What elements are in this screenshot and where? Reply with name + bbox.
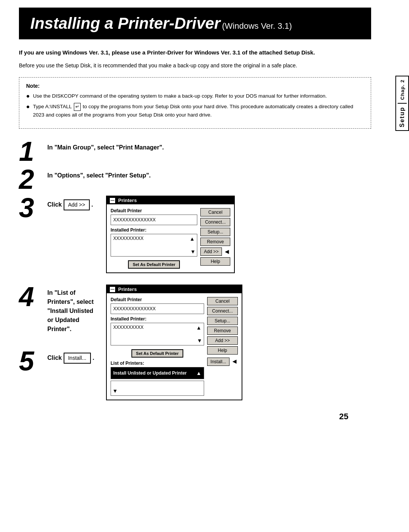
install-button[interactable]: Install... <box>64 353 91 364</box>
add-arrow-1: ◄ <box>223 248 230 256</box>
note-text-2: Type A:\INSTALL ↵ to copy the programs f… <box>33 103 364 119</box>
step-5-number: 5 <box>19 349 47 373</box>
dialog-1-buttons: Cancel Connect... Setup... Remove Add >>… <box>200 208 230 269</box>
step-5-text: Click Install... . <box>47 349 94 364</box>
step-3-number: 3 <box>19 196 47 220</box>
note-label: Note: <box>26 83 364 89</box>
bullet-2: ● <box>26 103 31 111</box>
dialog-1-default-value: XXXXXXXXXXXXXX <box>111 215 197 225</box>
help-btn-2[interactable]: Help <box>207 346 238 355</box>
list-of-printers-box[interactable]: Install Unlisted or Updated Printer ▲ <box>111 367 204 379</box>
add-btn-2[interactable]: Add >> <box>207 336 238 345</box>
printers-dialog-2: — Printers Default Printer XXXXXXXXXXXXX… <box>106 285 242 400</box>
step-3-row: 3 Click Add >> . <box>19 196 98 220</box>
step-3-area: 3 Click Add >> . — Printers Default Prin… <box>19 196 371 273</box>
list-scroll-area: ▼ <box>111 381 204 396</box>
page-title-sub: (Windows Ver. 3.1) <box>222 21 292 31</box>
bullet-1: ● <box>26 92 31 100</box>
dialog-1-default-label: Default Printer <box>111 208 197 213</box>
step-3-left: 3 Click Add >> . <box>19 196 98 224</box>
remove-btn-2[interactable]: Remove <box>207 327 238 335</box>
step-1-row: 1 In "Main Group", select "Print Manager… <box>19 139 371 164</box>
dialog-2-titlebar: — Printers <box>107 285 242 293</box>
set-default-btn-1[interactable]: Set As Default Printer <box>128 260 180 269</box>
note-item-1: ● Use the DISKCOPY command of the operat… <box>26 92 364 100</box>
cancel-btn-1[interactable]: Cancel <box>200 208 230 216</box>
chap-label: Chap. 2 <box>400 79 405 100</box>
dialog-1-installed-box: XXXXXXXXXX ▲ ▼ <box>111 234 197 257</box>
dialog-1-icon: — <box>110 198 115 203</box>
step-4-5-left: 4 In "List of Printers", select "Install… <box>19 285 98 377</box>
main-content: Installing a Printer-Driver (Windows Ver… <box>19 0 390 429</box>
dialog-1-scroll-up-icon: ▲ <box>190 236 195 242</box>
dialog-1-title: Printers <box>118 198 137 203</box>
add-btn-row-1: Add >> ◄ <box>200 247 230 256</box>
step-4-row: 4 In "List of Printers", select "Install… <box>19 285 98 334</box>
step-2-row: 2 In "Options", select "Printer Setup". <box>19 167 371 192</box>
dialog-2-wrapper: — Printers Default Printer XXXXXXXXXXXXX… <box>106 285 371 400</box>
intro-normal: Before you use the Setup Disk, it is rec… <box>19 62 371 70</box>
page-title-bar: Installing a Printer-Driver (Windows Ver… <box>19 8 371 39</box>
page-number: 25 <box>19 412 371 422</box>
dialog-2-installed-box: XXXXXXXXXX ▲ ▼ <box>111 323 204 345</box>
step-4-text: In "List of Printers", select "Install U… <box>47 285 98 334</box>
dialog-2-body: Default Printer XXXXXXXXXXXXXX Installed… <box>107 293 242 400</box>
cancel-btn-2[interactable]: Cancel <box>207 297 238 305</box>
install-btn-row: Install... ◄ <box>207 358 238 366</box>
list-scroll-down-icon: ▼ <box>112 388 118 394</box>
install-arrow: ◄ <box>231 358 238 366</box>
step-2-text: In "Options", select "Printer Setup". <box>47 167 151 180</box>
step-4-number: 4 <box>19 285 47 309</box>
dialog-2-title: Printers <box>118 286 137 292</box>
list-scroll-up-icon: ▲ <box>196 370 201 376</box>
tab-divider <box>398 103 407 104</box>
dialog-1-titlebar: — Printers <box>107 196 234 204</box>
printers-dialog-1: — Printers Default Printer XXXXXXXXXXXXX… <box>106 196 235 273</box>
dialog-2-scroll-up-icon: ▲ <box>196 325 201 331</box>
dialog-2-scroll-down-icon: ▼ <box>197 338 202 344</box>
dialog-2-main: Default Printer XXXXXXXXXXXXXX Installed… <box>111 297 204 396</box>
set-default-btn-2[interactable]: Set As Default Printer <box>131 349 183 358</box>
dialog-2-icon: — <box>110 287 115 292</box>
connect-btn-2[interactable]: Connect... <box>207 307 238 315</box>
dialog-1-scroll-down-icon: ▼ <box>190 249 196 255</box>
step-1-number: 1 <box>19 139 47 164</box>
setup-btn-1[interactable]: Setup... <box>200 228 230 236</box>
add-button[interactable]: Add >> <box>64 199 90 210</box>
page-title-main: Installing a Printer-Driver <box>30 14 220 32</box>
list-of-printers-label: List of Printers: <box>111 361 204 366</box>
dialog-1-body: Default Printer XXXXXXXXXXXXXX Installed… <box>107 204 234 272</box>
dialog-2-installed-label: Installed Printer: <box>111 316 204 322</box>
setup-label: Setup <box>399 107 406 127</box>
enter-key: ↵ <box>74 103 81 111</box>
dialog-1-main: Default Printer XXXXXXXXXXXXXX Installed… <box>111 208 197 269</box>
step-5-row: 5 Click Install... . <box>19 349 98 373</box>
connect-btn-1[interactable]: Connect... <box>200 218 230 226</box>
side-tab: Chap. 2 Setup <box>395 76 409 131</box>
remove-btn-1[interactable]: Remove <box>200 238 230 246</box>
add-btn-1[interactable]: Add >> <box>200 247 222 256</box>
help-btn-1[interactable]: Help <box>200 257 230 266</box>
step-1-text: In "Main Group", select "Print Manager". <box>47 139 164 152</box>
intro-bold: If you are using Windows Ver. 3.1, pleas… <box>19 48 371 57</box>
dialog-2-footer: Set As Default Printer <box>111 348 204 358</box>
dialog-1-footer: Set As Default Printer <box>111 259 197 269</box>
step-4-5-area: 4 In "List of Printers", select "Install… <box>19 285 371 400</box>
step-3-text: Click Add >> . <box>47 196 93 210</box>
setup-btn-2[interactable]: Setup... <box>207 317 238 325</box>
dialog-2-buttons: Cancel Connect... Setup... Remove Add >>… <box>207 297 238 396</box>
note-box: Note: ● Use the DISKCOPY command of the … <box>19 77 371 129</box>
step-2-number: 2 <box>19 167 47 192</box>
note-text-1: Use the DISKCOPY command of the operatin… <box>33 92 364 100</box>
dialog-1-installed-label: Installed Printer: <box>111 227 197 233</box>
dialog-1-wrapper: — Printers Default Printer XXXXXXXXXXXXX… <box>106 196 371 273</box>
note-item-2: ● Type A:\INSTALL ↵ to copy the programs… <box>26 103 364 119</box>
dialog-2-default-value: XXXXXXXXXXXXXX <box>111 303 204 314</box>
install-btn-dialog[interactable]: Install... <box>207 358 229 366</box>
dialog-2-default-label: Default Printer <box>111 297 204 302</box>
